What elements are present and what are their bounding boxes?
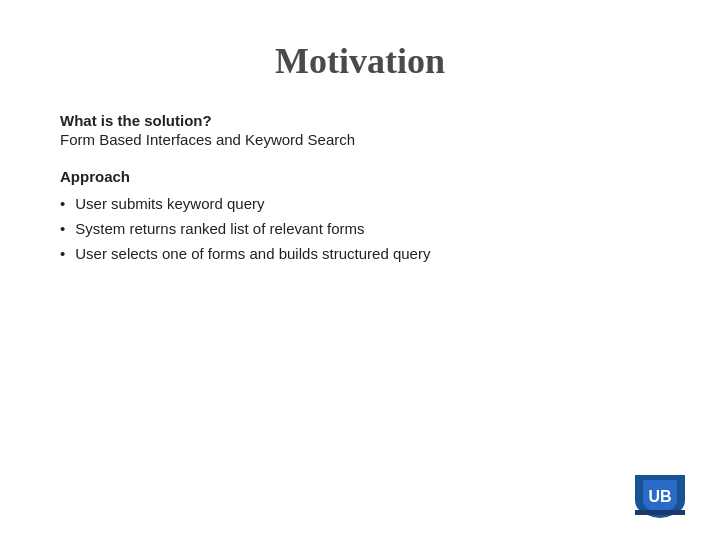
bullet-text-3: User selects one of forms and builds str… <box>75 245 660 262</box>
university-logo: UB <box>630 470 690 520</box>
bullet-icon: • <box>60 245 65 262</box>
slide-title: Motivation <box>60 40 660 82</box>
logo-svg: UB <box>630 470 690 520</box>
bullet-text-2: System returns ranked list of relevant f… <box>75 220 660 237</box>
svg-text:UB: UB <box>648 488 671 505</box>
solution-heading: What is the solution? <box>60 112 660 129</box>
solution-text: Form Based Interfaces and Keyword Search <box>60 131 660 148</box>
svg-rect-1 <box>635 510 685 515</box>
list-item: • User submits keyword query <box>60 195 660 212</box>
approach-heading: Approach <box>60 168 660 185</box>
slide: Motivation What is the solution? Form Ba… <box>0 0 720 540</box>
list-item: • System returns ranked list of relevant… <box>60 220 660 237</box>
bullet-icon: • <box>60 195 65 212</box>
bullet-text-1: User submits keyword query <box>75 195 660 212</box>
bullet-icon: • <box>60 220 65 237</box>
list-item: • User selects one of forms and builds s… <box>60 245 660 262</box>
bullet-list: • User submits keyword query • System re… <box>60 195 660 262</box>
